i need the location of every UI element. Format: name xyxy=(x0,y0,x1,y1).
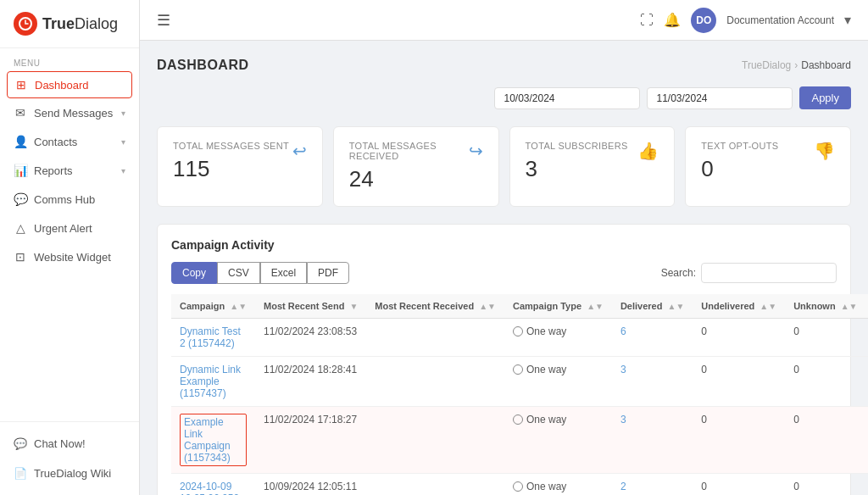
subscribers-value: 3 xyxy=(526,156,628,182)
sidebar-item-label: Contacts xyxy=(34,136,77,148)
campaign-type-cell: One way xyxy=(504,357,612,407)
delivered-link[interactable]: 6 xyxy=(620,325,626,337)
table-row: Dynamic Test 2 (1157442)11/02/2024 23:08… xyxy=(171,319,868,357)
fullscreen-icon[interactable]: ⛶ xyxy=(640,13,654,28)
opt-outs-label: TEXT OPT-OUTS xyxy=(701,141,778,151)
delivered-link[interactable]: 2 xyxy=(620,481,626,492)
topbar-left: ☰ xyxy=(157,11,170,30)
logo[interactable]: TrueDialog xyxy=(0,0,139,48)
col-delivered: Delivered ▲▼ xyxy=(612,294,693,319)
undelivered-cell: 0 xyxy=(693,319,785,357)
campaign-section: Campaign Activity Copy CSV Excel PDF Sea… xyxy=(157,224,851,495)
col-undelivered: Undelivered ▲▼ xyxy=(693,294,785,319)
campaign-link[interactable]: Dynamic Link Example (1157437) xyxy=(180,364,241,399)
campaign-type-cell: One way xyxy=(504,474,612,496)
messages-sent-icon: ↩ xyxy=(292,141,307,161)
start-date-input[interactable] xyxy=(494,87,640,109)
sidebar-item-label: Send Messages xyxy=(34,107,113,120)
search-input[interactable] xyxy=(701,263,837,283)
sidebar-item-reports[interactable]: 📊 Reports ▾ xyxy=(0,156,139,185)
stat-card-messages-sent: TOTAL MESSAGES SENT 115 ↩ xyxy=(157,126,323,207)
campaign-cell: Example Link Campaign (1157343) xyxy=(171,407,255,474)
one-way-badge: One way xyxy=(513,414,604,425)
campaign-link[interactable]: Dynamic Test 2 (1157442) xyxy=(180,325,241,349)
sidebar-item-dashboard[interactable]: ⊞ Dashboard xyxy=(7,71,132,98)
messages-sent-label: TOTAL MESSAGES SENT xyxy=(173,141,289,151)
avatar[interactable]: DO xyxy=(691,8,716,33)
sidebar-item-label: Urgent Alert xyxy=(34,222,92,235)
sidebar-item-urgent-alert[interactable]: △ Urgent Alert xyxy=(0,214,139,242)
sort-icon[interactable]: ▲▼ xyxy=(760,302,776,311)
messages-sent-value: 115 xyxy=(173,156,289,182)
subscribers-icon: 👍 xyxy=(637,141,659,161)
circle-icon xyxy=(513,326,523,336)
apply-button[interactable]: Apply xyxy=(799,86,851,109)
stat-card-messages-received: TOTAL MESSAGES RECEIVED 24 ↪ xyxy=(333,126,499,207)
campaign-cell: 2024-10-09 19:05:06.050 (1028748) xyxy=(171,474,255,496)
pdf-button[interactable]: PDF xyxy=(307,262,349,284)
one-way-badge: One way xyxy=(513,481,604,492)
breadcrumb-separator: › xyxy=(794,59,798,71)
sidebar-item-label: Comms Hub xyxy=(34,193,95,206)
comms-hub-icon: 💬 xyxy=(14,192,27,206)
table-export-buttons: Copy CSV Excel PDF xyxy=(171,262,349,284)
delivered-link[interactable]: 3 xyxy=(620,414,626,425)
sort-icon[interactable]: ▲▼ xyxy=(587,302,604,311)
excel-button[interactable]: Excel xyxy=(260,262,307,284)
sidebar: TrueDialog MENU ⊞ Dashboard ✉ Send Messa… xyxy=(0,0,140,495)
sort-icon[interactable]: ▼ xyxy=(349,302,358,311)
opt-outs-value: 0 xyxy=(701,156,778,182)
delivered-link[interactable]: 3 xyxy=(620,364,626,375)
wiki-item[interactable]: 📄 TrueDialog Wiki xyxy=(0,459,139,488)
chat-now-item[interactable]: 💬 Chat Now! xyxy=(0,429,139,459)
date-filter: Apply xyxy=(157,86,851,109)
sidebar-item-comms-hub[interactable]: 💬 Comms Hub xyxy=(0,185,139,214)
topbar-right: ⛶ 🔔 DO Documentation Account ▾ xyxy=(640,8,851,33)
campaign-link[interactable]: 2024-10-09 19:05:06.050 (1028748) xyxy=(180,481,239,495)
delivered-cell: 3 xyxy=(612,357,693,407)
sidebar-item-label: Website Widget xyxy=(34,251,111,264)
sort-icon[interactable]: ▲▼ xyxy=(479,302,496,311)
end-date-input[interactable] xyxy=(647,87,793,109)
table-header-row: Campaign ▲▼ Most Recent Send ▼ Most Rece… xyxy=(171,294,868,319)
copy-button[interactable]: Copy xyxy=(171,262,217,284)
col-most-recent-send: Most Recent Send ▼ xyxy=(255,294,366,319)
undelivered-cell: 0 xyxy=(693,474,785,496)
campaign-table: Campaign ▲▼ Most Recent Send ▼ Most Rece… xyxy=(171,294,868,495)
send-date-cell: 11/02/2024 17:18:27 xyxy=(255,407,366,474)
notifications-icon[interactable]: 🔔 xyxy=(664,12,681,28)
stat-cards: TOTAL MESSAGES SENT 115 ↩ TOTAL MESSAGES… xyxy=(157,126,851,207)
csv-button[interactable]: CSV xyxy=(217,262,260,284)
stat-card-opt-outs: TEXT OPT-OUTS 0 👎 xyxy=(685,126,851,207)
chevron-down-icon: ▾ xyxy=(121,108,125,118)
campaign-type-cell: One way xyxy=(504,319,612,357)
sidebar-item-contacts[interactable]: 👤 Contacts ▾ xyxy=(0,127,139,156)
sort-icon[interactable]: ▲▼ xyxy=(230,302,247,311)
subscribers-label: TOTAL SUBSCRIBERS xyxy=(526,141,628,151)
circle-icon xyxy=(513,414,523,425)
col-unknown: Unknown ▲▼ xyxy=(785,294,865,319)
unknown-cell: 0 xyxy=(785,407,865,474)
sort-icon[interactable]: ▲▼ xyxy=(668,302,685,311)
hamburger-menu-icon[interactable]: ☰ xyxy=(157,11,170,30)
reports-icon: 📊 xyxy=(14,164,27,177)
account-dropdown-icon[interactable]: ▾ xyxy=(844,12,851,28)
campaign-link[interactable]: Example Link Campaign (1157343) xyxy=(180,414,247,466)
menu-label: MENU xyxy=(0,48,139,71)
table-search: Search: xyxy=(661,263,837,283)
chevron-down-icon: ▾ xyxy=(121,166,125,175)
send-date-cell: 11/02/2024 23:08:53 xyxy=(255,319,366,357)
account-name[interactable]: Documentation Account xyxy=(726,14,834,26)
col-campaign: Campaign ▲▼ xyxy=(171,294,255,319)
sidebar-item-website-widget[interactable]: ⊡ Website Widget xyxy=(0,242,139,271)
send-messages-icon: ✉ xyxy=(14,106,27,120)
received-date-cell xyxy=(366,407,504,474)
sort-icon[interactable]: ▲▼ xyxy=(841,302,858,311)
sidebar-item-send-messages[interactable]: ✉ Send Messages ▾ xyxy=(0,98,139,127)
avatar-initials: DO xyxy=(696,14,711,26)
wiki-label: TrueDialog Wiki xyxy=(34,467,111,480)
messages-received-label: TOTAL MESSAGES RECEIVED xyxy=(349,141,469,161)
campaign-cell: Dynamic Link Example (1157437) xyxy=(171,357,255,407)
content-area: DASHBOARD TrueDialog › Dashboard Apply T… xyxy=(140,41,868,495)
chat-now-label: Chat Now! xyxy=(34,437,86,450)
